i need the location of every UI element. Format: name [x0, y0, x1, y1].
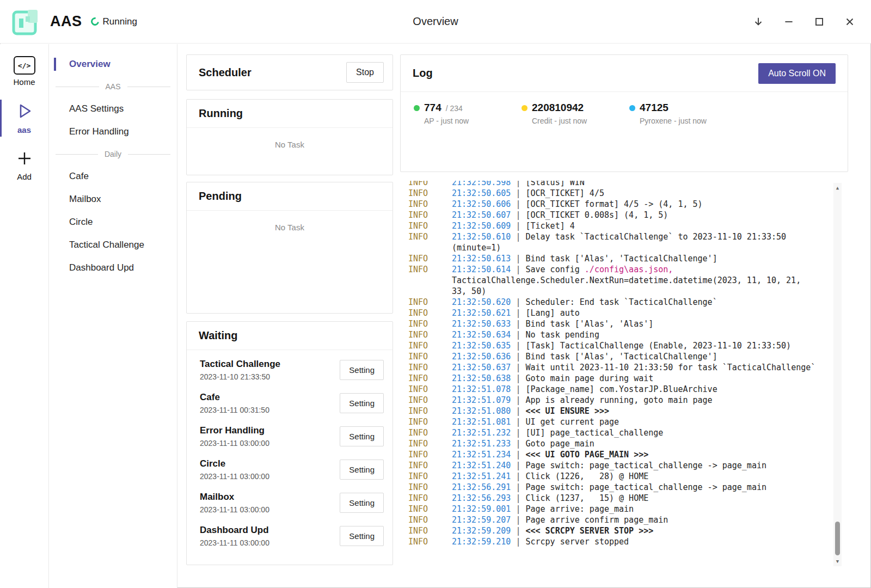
log-message: Click (1226, 28) @ HOME: [525, 471, 648, 481]
log-line: INFO21:32:56.293 | Click (1237, 15) @ HO…: [408, 493, 848, 504]
nav-item-error-handling[interactable]: Error Handling: [49, 120, 177, 143]
task-next-run: 2023-11-10 21:33:50: [200, 372, 280, 381]
log-level: INFO: [408, 471, 452, 482]
rail-item-home[interactable]: </> Home: [0, 52, 48, 91]
log-line: INFO21:32:50.613 | Bind task ['Alas', 'T…: [408, 253, 848, 264]
task-name: Cafe: [200, 392, 269, 403]
task-name: Tactical Challenge: [200, 359, 280, 370]
log-scrollbar[interactable]: ▲ ▼: [833, 183, 842, 566]
update-download-icon[interactable]: [750, 14, 766, 30]
log-line: INFO21:32:50.598 | [Status] WIN: [408, 181, 848, 188]
code-window-icon: </>: [14, 56, 35, 75]
log-timestamp: 21:32:56.293: [452, 493, 511, 503]
log-line: INFO21:32:50.638 | Goto main page during…: [408, 373, 848, 384]
log-line: INFO21:32:51.234 | <<< UI GOTO PAGE_MAIN…: [408, 449, 848, 460]
task-setting-button[interactable]: Setting: [340, 426, 384, 446]
task-next-run: 2023-11-11 00:31:50: [200, 406, 269, 414]
scrollbar-up-arrow[interactable]: ▲: [833, 184, 842, 192]
waiting-task-row: Error Handling2023-11-11 03:00:00Setting: [200, 420, 384, 453]
log-message: Scrcpy server stopped: [525, 537, 629, 547]
nav-item-aas-settings[interactable]: AAS Settings: [49, 97, 177, 120]
log-message: Page switch: page_tactical_challenge -> …: [525, 482, 766, 492]
scrollbar-thumb[interactable]: [835, 522, 840, 555]
log-message: Wait until 2023-11-10 21:33:50 for task …: [525, 363, 815, 372]
log-level: INFO: [408, 340, 452, 351]
log-timestamp: 21:32:51.079: [452, 395, 511, 405]
titlebar: AAS Running Overview: [0, 0, 871, 44]
log-message: No task pending: [525, 330, 599, 340]
running-status: Running: [91, 16, 137, 27]
task-setting-button[interactable]: Setting: [340, 493, 384, 513]
app-logo: [10, 6, 41, 38]
log-message: [OCR_TICKET format] 4/5 -> (4, 1, 5): [525, 199, 702, 209]
nav-item-dashboard-upd[interactable]: Dashboard Upd: [49, 256, 177, 279]
log-line: INFO21:32:50.635 | [Task] TacticalChalle…: [408, 340, 848, 351]
close-icon[interactable]: [842, 14, 858, 30]
log-line: INFO21:32:50.607 | [OCR_TICKET 0.008s] (…: [408, 210, 848, 220]
log-line: INFO21:32:59.207 | Page arrive confirm p…: [408, 514, 848, 525]
play-icon: [15, 102, 34, 122]
log-timestamp: 21:32:59.209: [452, 526, 511, 536]
log-level: INFO: [408, 220, 452, 231]
log-message: Bind task ['Alas', 'TacticalChallenge']: [525, 352, 717, 362]
log-level: INFO: [408, 384, 452, 395]
pending-header: Pending: [187, 182, 392, 211]
maximize-icon[interactable]: [811, 14, 827, 30]
log-level: INFO: [408, 504, 452, 514]
log-level: INFO: [408, 188, 452, 199]
nav-item-mailbox[interactable]: Mailbox: [49, 188, 177, 211]
log-timestamp: 21:32:50.598: [452, 181, 511, 187]
log-message: [Status] WIN: [525, 181, 584, 187]
nav-item-overview[interactable]: Overview: [49, 53, 177, 76]
log-line: INFO21:32:50.610 | Delay task `TacticalC…: [408, 231, 848, 253]
log-line: INFO21:32:50.605 | [OCR_TICKET] 4/5: [408, 188, 848, 199]
nav-item-tactical-challenge[interactable]: Tactical Challenge: [49, 234, 177, 256]
log-timestamp: 21:32:50.606: [452, 199, 511, 209]
task-setting-button[interactable]: Setting: [340, 526, 384, 546]
log-timestamp: 21:32:56.291: [452, 482, 511, 492]
log-level: INFO: [408, 482, 452, 493]
log-level: INFO: [408, 351, 452, 362]
stat-value: 47125: [640, 102, 668, 114]
log-timestamp: 21:32:51.080: [452, 406, 511, 416]
waiting-list: Tactical Challenge2023-11-10 21:33:50Set…: [187, 350, 392, 553]
nav-divider-label: AAS: [106, 82, 121, 91]
log-line: INFO21:32:51.232 | [UI] page_tactical_ch…: [408, 427, 848, 438]
scrollbar-down-arrow[interactable]: ▼: [833, 558, 842, 565]
nav-divider: AAS: [49, 76, 177, 97]
dashboard-stat: 774/ 234AP - just now: [414, 102, 506, 125]
nav-item-cafe[interactable]: Cafe: [49, 165, 177, 188]
log-timestamp: 21:32:50.634: [452, 330, 511, 340]
nav-item-circle[interactable]: Circle: [49, 211, 177, 234]
task-setting-button[interactable]: Setting: [340, 360, 384, 380]
waiting-task-row: Cafe2023-11-11 00:31:50Setting: [200, 387, 384, 420]
log-stats: 774/ 234AP - just now220810942Credit - j…: [401, 92, 848, 125]
log-level: INFO: [408, 181, 452, 188]
log-timestamp: 21:32:59.001: [452, 504, 511, 514]
log-line: INFO21:32:51.080 | <<< UI ENSURE >>>: [408, 406, 848, 416]
waiting-card: Waiting Tactical Challenge2023-11-10 21:…: [186, 321, 393, 565]
task-setting-button[interactable]: Setting: [340, 460, 384, 480]
rail-item-add[interactable]: Add: [0, 145, 48, 186]
log-level: INFO: [408, 210, 452, 220]
log-line: INFO21:32:50.637 | Wait until 2023-11-10…: [408, 362, 848, 373]
log-timestamp: 21:32:51.241: [452, 471, 511, 481]
log-timestamp: 21:32:51.081: [452, 417, 511, 427]
scheduler-title: Scheduler: [199, 66, 252, 79]
log-level: INFO: [408, 308, 452, 318]
rail-label: Add: [17, 172, 32, 181]
log-column: Log Auto Scroll ON 774/ 234AP - just now…: [400, 54, 848, 568]
minimize-icon[interactable]: [781, 14, 797, 30]
log-message: Click (1237, 15) @ HOME: [525, 493, 648, 503]
log-message: Save config: [525, 265, 584, 274]
status-dot: [414, 105, 420, 111]
log-message: UI get current page: [525, 417, 619, 427]
log-terminal[interactable]: INFO21:32:50.598 | [Status] WININFO21:32…: [400, 181, 848, 568]
rail-item-aas[interactable]: aas: [0, 97, 48, 139]
log-line: INFO21:32:50.609 | [Ticket] 4: [408, 220, 848, 231]
log-level: INFO: [408, 318, 452, 329]
running-empty-label: No Task: [187, 140, 392, 149]
stop-button[interactable]: Stop: [346, 62, 384, 83]
task-setting-button[interactable]: Setting: [340, 393, 384, 413]
auto-scroll-button[interactable]: Auto Scroll ON: [758, 63, 836, 84]
